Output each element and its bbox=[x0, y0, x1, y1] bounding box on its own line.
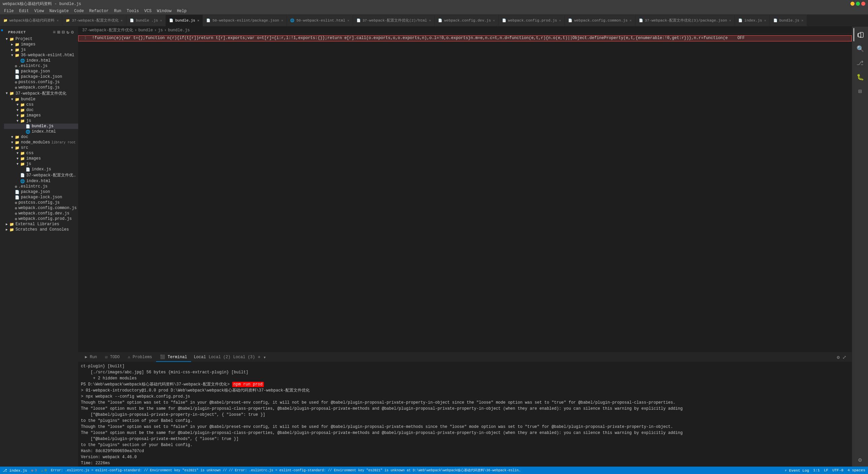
tree-item-15[interactable]: ▼📁js bbox=[4, 118, 78, 124]
status-errors[interactable]: ⊗ 3 bbox=[31, 468, 37, 473]
tab-4[interactable]: 📄50-webpack-eslint/package.json✕ bbox=[203, 15, 287, 26]
tab-close-icon[interactable]: ✕ bbox=[347, 19, 349, 23]
breadcrumb-part-2[interactable]: js bbox=[158, 28, 163, 33]
tab-close-icon[interactable]: ✕ bbox=[764, 19, 766, 23]
menu-item-tools[interactable]: Tools bbox=[124, 8, 142, 14]
refresh-icon[interactable]: ↻ bbox=[66, 29, 69, 35]
tab-close-icon[interactable]: ✕ bbox=[559, 19, 561, 23]
tab-close-icon[interactable]: ✕ bbox=[429, 19, 431, 23]
tab-close-icon[interactable]: ✕ bbox=[57, 19, 59, 23]
tab-3[interactable]: 📄bundle.js✕ bbox=[166, 15, 203, 26]
tree-item-17[interactable]: 🌐index.html bbox=[4, 129, 78, 134]
tab-close-icon[interactable]: ✕ bbox=[160, 19, 162, 23]
tab-10[interactable]: 📄37-webpack-配置文件优化(3)/package.json✕ bbox=[636, 15, 735, 26]
tab-9[interactable]: 📄webpack.config.common.js✕ bbox=[565, 15, 635, 26]
tree-item-35[interactable]: ▶📁Scratches and Consoles bbox=[4, 227, 78, 232]
tree-item-26[interactable]: 🌐index.html bbox=[4, 178, 78, 184]
menu-item-vcs[interactable]: VCS bbox=[142, 8, 154, 14]
tab-close-icon[interactable]: ✕ bbox=[121, 19, 123, 23]
tree-item-7[interactable]: 📄package-lock.json bbox=[4, 74, 78, 79]
tree-item-20[interactable]: ▼📁src bbox=[4, 145, 78, 150]
tree-item-5[interactable]: ⚙️.eslintrc.js bbox=[4, 63, 78, 69]
tab-close-icon[interactable]: ✕ bbox=[729, 19, 731, 23]
breadcrumb-part-1[interactable]: bundle bbox=[138, 28, 153, 33]
minimize-button[interactable] bbox=[850, 2, 855, 6]
add-terminal-icon[interactable]: + bbox=[258, 354, 260, 360]
status-line-col[interactable]: 1:1 bbox=[813, 468, 820, 472]
terminal-local-tab[interactable]: Local bbox=[194, 355, 206, 360]
tree-item-21[interactable]: ▼📁css bbox=[4, 150, 78, 156]
terminal-content[interactable]: ct-plugin} [built] [./src/images/abc.jpg… bbox=[78, 362, 852, 467]
tree-item-34[interactable]: ▶📁External Libraries bbox=[4, 222, 78, 227]
tree-item-4[interactable]: 🌐index.html bbox=[4, 58, 78, 63]
tree-item-31[interactable]: ⚙️webpack.config.common.js bbox=[4, 205, 78, 211]
status-line-endings[interactable]: LF bbox=[824, 468, 828, 472]
tree-item-1[interactable]: ▶📁images bbox=[4, 42, 78, 47]
menu-item-run[interactable]: Run bbox=[111, 8, 124, 14]
tab-2[interactable]: 📄bundle .js✕ bbox=[126, 15, 166, 26]
menu-item-refactor[interactable]: Refactor bbox=[87, 8, 112, 14]
collapse-icon[interactable]: ⊟ bbox=[62, 29, 65, 35]
activity-explorer-icon[interactable] bbox=[854, 28, 867, 41]
tab-close-icon[interactable]: ✕ bbox=[630, 19, 632, 23]
tree-item-12[interactable]: ▼📁css bbox=[4, 102, 78, 107]
activity-extensions-icon[interactable]: ⊞ bbox=[854, 84, 867, 98]
tree-item-2[interactable]: ▶📁js bbox=[4, 47, 78, 53]
tree-item-6[interactable]: 📄package.json bbox=[4, 69, 78, 74]
menu-item-help[interactable]: Help bbox=[174, 8, 189, 14]
menu-item-edit[interactable]: Edit bbox=[17, 8, 32, 14]
tab-problems[interactable]: ⚠ Problems bbox=[124, 352, 156, 362]
tab-7[interactable]: 📄webpack.config.dev.js✕ bbox=[435, 15, 499, 26]
settings-icon[interactable]: ⚙ bbox=[71, 29, 74, 35]
tab-6[interactable]: 📄37-webpack-配置文件优化(2)/html✕ bbox=[353, 15, 435, 26]
status-indent[interactable]: 4 spaces bbox=[847, 468, 865, 472]
tab-1[interactable]: 📁37-webpack-配置文件优化✕ bbox=[62, 15, 126, 26]
menu-item-navigate[interactable]: Navigate bbox=[46, 8, 71, 14]
tree-item-18[interactable]: ▼📁doc bbox=[4, 134, 78, 140]
tree-item-10[interactable]: ▼📁37-webpack-配置文件优化 bbox=[4, 90, 78, 97]
close-button[interactable] bbox=[861, 2, 865, 6]
tab-close-icon[interactable]: ✕ bbox=[281, 19, 283, 23]
tab-close-icon[interactable]: ✕ bbox=[493, 19, 495, 23]
tab-run[interactable]: ▶ Run bbox=[81, 352, 101, 362]
tab-11[interactable]: 📄index.js✕ bbox=[735, 15, 770, 26]
tab-0[interactable]: 📁webpack核心基础代码资料✕ bbox=[0, 15, 62, 26]
activity-debug-icon[interactable]: 🐛 bbox=[854, 70, 867, 84]
menu-item-window[interactable]: Window bbox=[154, 8, 174, 14]
tree-item-30[interactable]: ⚙️postcss.config.js bbox=[4, 200, 78, 205]
title-bar-controls[interactable] bbox=[850, 2, 865, 6]
menu-item-file[interactable]: File bbox=[1, 8, 17, 14]
activity-git-icon[interactable]: ⎇ bbox=[854, 56, 867, 70]
terminal-local2-tab[interactable]: Local (2) bbox=[209, 355, 230, 360]
tree-item-29[interactable]: 📄package-lock.json bbox=[4, 195, 78, 200]
tree-item-28[interactable]: 📄package.json bbox=[4, 189, 78, 195]
tree-item-11[interactable]: ▼📁bundle bbox=[4, 97, 78, 102]
tab-5[interactable]: 🌐50-webpack-eslint.html✕ bbox=[287, 15, 353, 26]
terminal-local3-tab[interactable]: Local (3) bbox=[233, 355, 255, 360]
terminal-dropdown-icon[interactable]: ▾ bbox=[263, 354, 266, 360]
tree-item-0[interactable]: ▼📁Project bbox=[4, 36, 78, 42]
maximize-button[interactable] bbox=[856, 2, 860, 6]
tree-item-22[interactable]: ▼📁images bbox=[4, 156, 78, 161]
status-warnings[interactable]: ⚠ 0 bbox=[41, 468, 47, 473]
breadcrumb-part-3[interactable]: bundle.js bbox=[168, 28, 190, 33]
tree-item-16[interactable]: 📄bundle.js bbox=[4, 124, 78, 129]
activity-search-icon[interactable]: 🔍 bbox=[854, 42, 867, 56]
tab-todo[interactable]: ☑ TODO bbox=[101, 352, 124, 362]
tree-item-23[interactable]: ▼📁js bbox=[4, 161, 78, 167]
breadcrumb-part-0[interactable]: 37-webpack-配置文件优化 bbox=[82, 27, 133, 33]
new-file-icon[interactable]: ≡ bbox=[53, 30, 56, 35]
terminal-maximize-icon[interactable]: ⤢ bbox=[842, 354, 846, 360]
new-folder-icon[interactable]: ⊞ bbox=[57, 29, 60, 35]
tab-8[interactable]: 📄webpack.config.prod.js✕ bbox=[499, 15, 565, 26]
tree-item-32[interactable]: ⚙️webpack.config.dev.js bbox=[4, 211, 78, 216]
tree-item-24[interactable]: 📄index.js bbox=[4, 167, 78, 172]
tree-item-8[interactable]: ⚙️postcss.config.js bbox=[4, 79, 78, 85]
tree-item-25[interactable]: 📄37-webpack-配置文件优化.html bbox=[4, 172, 78, 178]
code-scrollable[interactable]: 1 !function(e){var t={};function n(r){if… bbox=[78, 34, 852, 352]
tab-12[interactable]: 📄bundle.js✕ bbox=[770, 15, 807, 26]
tree-item-19[interactable]: ▼📁node_moduleslibrary root bbox=[4, 140, 78, 145]
tab-terminal[interactable]: ⬛ Terminal bbox=[156, 352, 191, 362]
activity-settings-bottom-icon[interactable]: ⚙ bbox=[854, 453, 867, 467]
tree-item-27[interactable]: ⚙️.eslintrc.js bbox=[4, 184, 78, 189]
